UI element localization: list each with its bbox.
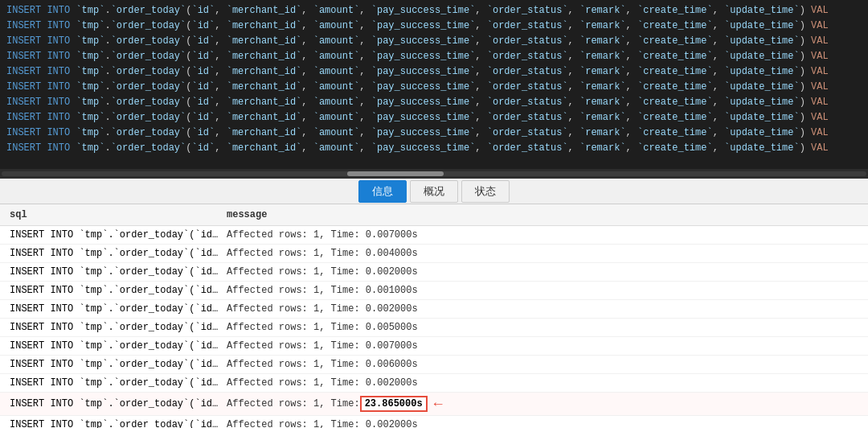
tab-info[interactable]: 信息 bbox=[358, 180, 407, 203]
tab-status[interactable]: 状态 bbox=[461, 180, 510, 203]
tab-overview[interactable]: 概况 bbox=[410, 180, 458, 203]
sql-identifier: `remark` bbox=[579, 20, 626, 31]
table-row[interactable]: INSERT INTO `tmp`.`order_today`(`id`, `m… bbox=[0, 226, 868, 245]
message-cell: Affected rows: 1, Time: 0.007000s bbox=[223, 339, 862, 353]
code-line: INSERT INTO `tmp`.`order_today`(`id`, `m… bbox=[6, 126, 862, 141]
message-cell: Affected rows: 1, Time: 0.005000s bbox=[223, 320, 862, 335]
keyword-insert: INSERT INTO bbox=[6, 142, 76, 154]
sql-identifier: `tmp` bbox=[76, 35, 104, 47]
sql-identifier: `order_today` bbox=[111, 97, 186, 108]
sql-identifier: `id` bbox=[191, 127, 215, 138]
code-editor: INSERT INTO `tmp`.`order_today`(`id`, `m… bbox=[0, 0, 868, 169]
table-row[interactable]: INSERT INTO `tmp`.`order_today`(`id`, `m… bbox=[0, 374, 868, 393]
keyword-insert: INSERT INTO bbox=[6, 66, 76, 77]
code-line: INSERT INTO `tmp`.`order_today`(`id`, `m… bbox=[6, 3, 862, 19]
message-cell: Affected rows: 1, Time: 0.002000s bbox=[223, 265, 862, 279]
sql-identifier: `amount` bbox=[313, 20, 360, 31]
table-row[interactable]: INSERT INTO `tmp`.`order_today`(`id`, `m… bbox=[0, 356, 868, 374]
table-row[interactable]: INSERT INTO `tmp`.`order_today`(`id`, `m… bbox=[0, 245, 868, 263]
sql-identifier: `order_today` bbox=[111, 127, 186, 138]
sql-identifier: `id` bbox=[191, 112, 215, 123]
code-line: INSERT INTO `tmp`.`order_today`(`id`, `m… bbox=[6, 95, 862, 110]
sql-identifier: `order_status` bbox=[487, 20, 568, 31]
table-row[interactable]: INSERT INTO `tmp`.`order_today`(`id`, `m… bbox=[0, 337, 868, 356]
sql-identifier: `remark` bbox=[579, 112, 626, 123]
message-cell: Affected rows: 1, Time: 0.002000s bbox=[223, 376, 862, 390]
sql-identifier: `order_today` bbox=[111, 20, 186, 31]
sql-identifier: `merchant_id` bbox=[227, 35, 302, 47]
sql-identifier: `remark` bbox=[579, 51, 626, 62]
sql-identifier: `pay_success_time` bbox=[371, 112, 476, 123]
tab-bar: 信息 概况 状态 bbox=[0, 179, 868, 204]
highlighted-time-value: 23.865000s bbox=[360, 396, 428, 412]
sql-identifier: `order_today` bbox=[111, 112, 186, 123]
code-line: INSERT INTO `tmp`.`order_today`(`id`, `m… bbox=[6, 141, 862, 156]
keyword-insert: INSERT INTO bbox=[6, 97, 76, 108]
scrollbar-thumb[interactable] bbox=[347, 171, 444, 176]
sql-cell: INSERT INTO `tmp`.`order_today`(`id`, `m… bbox=[6, 339, 223, 353]
sql-identifier: `order_status` bbox=[487, 97, 568, 108]
sql-identifier: `merchant_id` bbox=[227, 20, 302, 31]
sql-identifier: `id` bbox=[191, 51, 215, 62]
sql-identifier: `amount` bbox=[313, 5, 360, 16]
sql-identifier: `id` bbox=[191, 5, 215, 16]
table-row[interactable]: INSERT INTO `tmp`.`order_today`(`id`, `m… bbox=[0, 282, 868, 300]
keyword-insert: INSERT INTO bbox=[6, 35, 76, 47]
table-row[interactable]: INSERT INTO `tmp`.`order_today`(`id`, `m… bbox=[0, 300, 868, 319]
sql-identifier: `order_today` bbox=[111, 81, 186, 93]
sql-identifier: `id` bbox=[191, 142, 215, 154]
sql-identifier: `order_status` bbox=[487, 66, 568, 77]
table-row[interactable]: INSERT INTO `tmp`.`order_today`(`id`, `m… bbox=[0, 263, 868, 282]
sql-identifier: `tmp` bbox=[76, 66, 104, 77]
code-line: INSERT INTO `tmp`.`order_today`(`id`, `m… bbox=[6, 49, 862, 64]
message-cell: Affected rows: 1, Time: 0.001000s bbox=[223, 283, 862, 298]
sql-identifier: `update_time` bbox=[724, 51, 800, 62]
keyword-insert: INSERT INTO bbox=[6, 81, 76, 93]
sql-identifier: `amount` bbox=[313, 51, 360, 62]
sql-identifier: `merchant_id` bbox=[227, 142, 302, 154]
code-line: INSERT INTO `tmp`.`order_today`(`id`, `m… bbox=[6, 110, 862, 126]
sql-identifier: `pay_success_time` bbox=[371, 35, 476, 47]
keyword-val: VAL bbox=[811, 81, 829, 93]
keyword-val: VAL bbox=[811, 127, 829, 138]
sql-identifier: `create_time` bbox=[637, 112, 713, 123]
sql-identifier: `tmp` bbox=[76, 97, 104, 108]
sql-identifier: `pay_success_time` bbox=[371, 51, 476, 62]
sql-identifier: `order_status` bbox=[487, 127, 568, 138]
keyword-val: VAL bbox=[811, 112, 829, 123]
sql-cell: INSERT INTO `tmp`.`order_today`(`id`, `m… bbox=[6, 246, 223, 261]
sql-identifier: `order_status` bbox=[487, 112, 568, 123]
sql-identifier: `id` bbox=[191, 97, 215, 108]
sql-identifier: `update_time` bbox=[724, 66, 800, 77]
keyword-val: VAL bbox=[811, 66, 829, 77]
table-row[interactable]: INSERT INTO `tmp`.`order_today`(`id`, `m… bbox=[0, 393, 868, 416]
sql-cell: INSERT INTO `tmp`.`order_today`(`id`, `m… bbox=[6, 302, 223, 316]
message-cell: Affected rows: 1, Time: 0.006000s bbox=[223, 357, 862, 372]
sql-identifier: `create_time` bbox=[637, 51, 713, 62]
results-header: sql message bbox=[0, 204, 868, 226]
keyword-val: VAL bbox=[811, 5, 829, 16]
keyword-insert: INSERT INTO bbox=[6, 51, 76, 62]
sql-identifier: `order_today` bbox=[111, 142, 186, 154]
results-area: sql message INSERT INTO `tmp`.`order_tod… bbox=[0, 204, 868, 428]
keyword-insert: INSERT INTO bbox=[6, 127, 76, 138]
table-row[interactable]: INSERT INTO `tmp`.`order_today`(`id`, `m… bbox=[0, 416, 868, 428]
sql-cell: INSERT INTO `tmp`.`order_today`(`id`, `m… bbox=[6, 418, 223, 428]
sql-column-header: sql bbox=[6, 208, 223, 222]
sql-identifier: `order_today` bbox=[111, 5, 186, 16]
sql-identifier: `remark` bbox=[579, 81, 626, 93]
sql-identifier: `amount` bbox=[313, 97, 360, 108]
sql-identifier: `amount` bbox=[313, 127, 360, 138]
sql-identifier: `merchant_id` bbox=[227, 127, 302, 138]
sql-identifier: `order_today` bbox=[111, 51, 186, 62]
sql-identifier: `update_time` bbox=[724, 20, 800, 31]
sql-identifier: `merchant_id` bbox=[227, 66, 302, 77]
sql-identifier: `amount` bbox=[313, 81, 360, 93]
horizontal-scrollbar[interactable] bbox=[0, 169, 868, 179]
message-column-header: message bbox=[223, 208, 862, 222]
keyword-val: VAL bbox=[811, 142, 829, 154]
table-row[interactable]: INSERT INTO `tmp`.`order_today`(`id`, `m… bbox=[0, 319, 868, 337]
sql-identifier: `pay_success_time` bbox=[371, 20, 476, 31]
code-line: INSERT INTO `tmp`.`order_today`(`id`, `m… bbox=[6, 64, 862, 80]
sql-identifier: `pay_success_time` bbox=[371, 127, 476, 138]
